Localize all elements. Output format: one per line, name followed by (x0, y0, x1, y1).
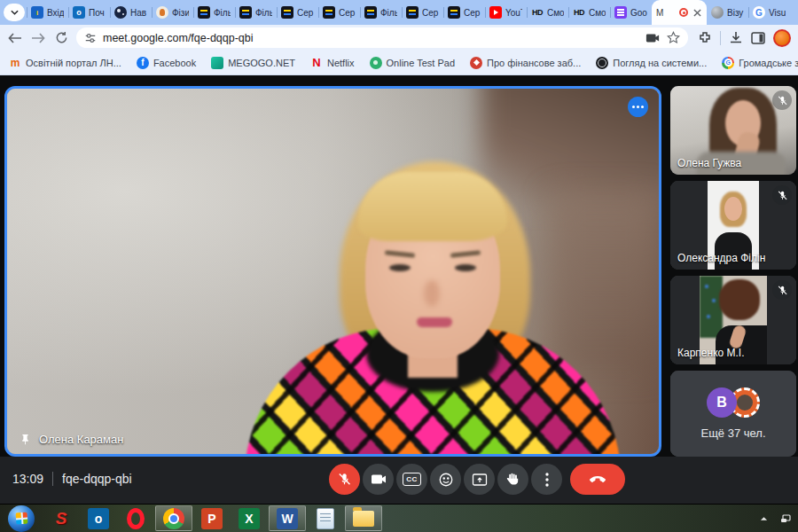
speaker-eye (389, 264, 411, 271)
mic-muted-icon (772, 280, 792, 300)
downloads-icon[interactable] (729, 31, 743, 45)
portal-icon: m (9, 57, 21, 69)
taskbar-chrome[interactable] (155, 505, 192, 531)
tab-fizy[interactable]: Фізи (152, 0, 193, 25)
side-panel-icon[interactable] (751, 31, 765, 45)
mic-muted-icon (772, 185, 792, 205)
taskbar-notepad[interactable] (307, 505, 344, 532)
participant-tile[interactable]: Олена Гужва (670, 86, 796, 175)
extensions-icon[interactable] (698, 31, 712, 45)
taskbar-excel[interactable]: X (231, 505, 268, 532)
bookmark-pohliad[interactable]: Погляд на системи... (596, 57, 707, 69)
tile-options-button[interactable] (628, 97, 648, 117)
forward-button[interactable] (30, 30, 46, 46)
facebook-icon: f (137, 57, 149, 69)
bookmark-hromadske[interactable]: GГромадське здоро... (722, 57, 798, 69)
camera-toggle-button[interactable] (363, 464, 394, 495)
profile-avatar[interactable] (773, 29, 791, 47)
hd-icon: HD (531, 6, 544, 19)
powerpoint-icon: P (201, 508, 223, 529)
tab-visu[interactable]: GVisu (748, 0, 790, 25)
tab-smo-1[interactable]: HDСмо (527, 0, 568, 25)
chevron-down-icon (11, 10, 19, 15)
speaker-nose (424, 280, 440, 307)
tv-player-icon (281, 6, 293, 19)
pin-icon (20, 434, 31, 445)
tab-youtube[interactable]: YouT (485, 0, 527, 25)
start-button[interactable] (0, 505, 43, 532)
purple-list-icon (614, 6, 627, 19)
speaker-face (365, 188, 500, 358)
participant-name: Олександра Філін (677, 252, 765, 264)
taskbar-word[interactable]: W (269, 505, 306, 531)
participant-hair (719, 279, 760, 320)
tab-scroll-button[interactable] (4, 4, 25, 21)
outlook-icon: o (73, 6, 85, 19)
bookmark-finansove[interactable]: Про фінансове заб... (470, 57, 581, 69)
reactions-button[interactable] (430, 464, 461, 495)
main-speaker-tile[interactable]: Олена Караман (4, 86, 661, 457)
speaker-eye (455, 264, 476, 271)
taskbar-powerpoint[interactable]: P (193, 505, 231, 532)
participant-name: Олена Гужва (677, 157, 741, 169)
end-call-button[interactable] (570, 464, 625, 495)
google-g-icon: G (753, 6, 765, 19)
tab-film-3[interactable]: Філь (360, 0, 402, 25)
youtube-icon (489, 6, 502, 19)
tv-player-icon (406, 6, 419, 19)
participant-tile[interactable]: Карпенко М.І. (670, 276, 796, 364)
overflow-participants-tile[interactable]: B Ещё 37 чел. (670, 371, 796, 457)
google-g-icon: G (722, 57, 734, 69)
tab-serial-2[interactable]: Сер (318, 0, 360, 25)
speaker-bangs (358, 172, 507, 241)
overflow-avatars: B (707, 387, 760, 418)
bookmark-star-icon[interactable] (667, 31, 680, 44)
tab-meet-active[interactable]: M (652, 0, 707, 25)
camera-in-use-icon[interactable] (645, 33, 660, 43)
bookmark-facebook[interactable]: fFacebook (137, 57, 196, 69)
captions-button[interactable]: CC (396, 464, 427, 495)
word-icon: W (277, 508, 298, 529)
opera-icon (127, 508, 145, 529)
tab-poch[interactable]: oПоч (68, 0, 110, 25)
bookmark-online-test-pad[interactable]: Online Test Pad (370, 57, 455, 69)
present-screen-button[interactable] (464, 464, 495, 495)
tray-display-icon[interactable] (780, 514, 791, 523)
tab-vhid[interactable]: iВхід (27, 0, 68, 25)
chrome-icon (163, 508, 184, 529)
hd-icon: HD (573, 6, 585, 19)
red-badge-icon (470, 57, 482, 69)
tab-smo-2[interactable]: HDСмо (568, 0, 610, 25)
tab-serial-1[interactable]: Сер (277, 0, 318, 25)
bookmark-osvitniy-portal[interactable]: mОсвітній портал ЛН... (9, 57, 121, 69)
person-badge-icon (156, 6, 168, 19)
address-bar[interactable]: meet.google.com/fqe-dqqp-qbi (76, 27, 688, 48)
tab-film-1[interactable]: Філь (193, 0, 235, 25)
recording-dot-icon (679, 8, 688, 17)
taskbar-explorer[interactable] (345, 505, 382, 531)
tab-vizu[interactable]: Візу (707, 0, 748, 25)
taskbar-outlook[interactable]: o (80, 505, 117, 532)
tab-film-2[interactable]: Філь (235, 0, 277, 25)
reload-button[interactable] (53, 30, 69, 46)
tab-google-doc[interactable]: Goo (610, 0, 652, 25)
back-button[interactable] (7, 30, 23, 46)
taskbar-red-s-app[interactable]: S (43, 505, 80, 532)
tab-serial-4[interactable]: Сер (443, 0, 485, 25)
meeting-info: 13:09 fqe-dqqp-qbi (12, 472, 132, 486)
raise-hand-button[interactable] (497, 464, 528, 495)
bookmark-megogo[interactable]: MEGOGO.NET (211, 57, 295, 69)
taskbar-opera[interactable] (117, 505, 154, 532)
tv-player-icon (448, 6, 460, 19)
meet-page: Олена Караман Олена Гужва (0, 75, 798, 504)
participant-tile[interactable]: Олександра Філін (670, 181, 796, 270)
close-tab-icon[interactable] (692, 7, 702, 18)
more-options-button[interactable] (531, 464, 562, 495)
bookmark-netflix[interactable]: NNetflix (310, 57, 355, 69)
tray-expand-icon[interactable] (760, 516, 768, 521)
avatar-b: B (707, 387, 737, 418)
mic-toggle-button[interactable] (329, 464, 360, 495)
tab-nav[interactable]: Нав (110, 0, 152, 25)
windows-taskbar: S o P X W (0, 504, 798, 532)
tab-serial-3[interactable]: Сер (402, 0, 443, 25)
